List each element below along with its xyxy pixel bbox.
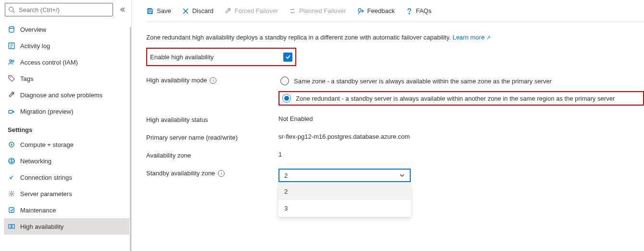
sidebar-item-migration[interactable]: Migration (preview) xyxy=(4,103,129,119)
scrollbar[interactable] xyxy=(130,27,131,251)
nav-label: Overview xyxy=(20,26,46,33)
gear-icon xyxy=(8,190,15,198)
sidebar-item-tags[interactable]: Tags xyxy=(4,70,129,87)
discard-button[interactable]: Discard xyxy=(182,7,214,15)
tag-icon xyxy=(8,75,15,82)
close-icon xyxy=(182,7,189,15)
people-icon xyxy=(8,58,15,66)
sidebar-item-server-parameters[interactable]: Server parameters xyxy=(4,185,129,202)
svg-point-24 xyxy=(358,9,361,12)
nav-label: Access control (IAM) xyxy=(20,59,78,66)
radio-icon xyxy=(280,77,289,85)
globe-icon xyxy=(8,157,15,165)
sidebar-item-compute-storage[interactable]: Compute + storage xyxy=(4,136,129,153)
planned-failover-button: Planned Failover xyxy=(289,7,346,15)
svg-point-0 xyxy=(9,7,13,12)
ha-status-label: High availability status xyxy=(146,115,278,123)
svg-point-12 xyxy=(11,144,13,145)
select-option[interactable]: 3 xyxy=(278,200,411,217)
plug-icon xyxy=(8,173,15,181)
svg-point-25 xyxy=(409,13,410,14)
settings-heading: Settings xyxy=(4,119,129,136)
radio-icon xyxy=(282,94,291,103)
primary-name-label: Primary server name (read/write) xyxy=(146,133,278,141)
az-label: Availability zone xyxy=(146,151,278,159)
nav-label: Activity log xyxy=(20,42,50,50)
svg-point-2 xyxy=(9,26,14,28)
svg-rect-19 xyxy=(12,225,14,228)
feedback-icon xyxy=(357,7,365,15)
save-icon xyxy=(146,7,154,15)
ha-mode-radio-group: Same zone - a standby server is always a… xyxy=(278,76,644,106)
toolbar-label: Forced Failover xyxy=(235,7,278,14)
search-input[interactable] xyxy=(18,6,110,14)
search-box[interactable] xyxy=(5,3,113,16)
az-value: 1 xyxy=(278,151,282,158)
toolbar: Save Discard Forced Failover Planned Fai… xyxy=(146,0,644,22)
check-icon xyxy=(285,54,291,60)
nav-label: Tags xyxy=(20,75,33,82)
info-icon[interactable]: i xyxy=(218,170,225,177)
swap-icon xyxy=(289,7,296,15)
select-option[interactable]: 2 xyxy=(278,183,411,200)
failover-icon xyxy=(224,7,232,15)
sidebar-item-diagnose[interactable]: Diagnose and solve problems xyxy=(4,87,129,103)
compute-icon xyxy=(8,141,15,148)
svg-point-16 xyxy=(11,193,13,195)
enable-ha-label: Enable high availability xyxy=(150,53,283,61)
toolbar-label: Save xyxy=(157,7,171,14)
sidebar-item-connection-strings[interactable]: Connection strings xyxy=(4,169,129,185)
sidebar-item-high-availability[interactable]: High availability xyxy=(4,218,129,235)
feedback-button[interactable]: Feedback xyxy=(357,7,395,15)
radio-zone-redundant[interactable]: Zone redundant - a standby server is alw… xyxy=(278,91,644,106)
migration-icon xyxy=(8,107,15,115)
svg-rect-17 xyxy=(9,208,14,212)
nav-label: Maintenance xyxy=(20,207,56,214)
chevron-down-icon xyxy=(399,172,405,178)
main-panel: Save Discard Forced Failover Planned Fai… xyxy=(132,0,644,251)
radio-label: Same zone - a standby server is always a… xyxy=(294,78,552,85)
sidebar-item-networking[interactable]: Networking xyxy=(4,153,129,169)
chevron-double-left-icon xyxy=(120,7,126,13)
sidebar: Overview Activity log Access control (IA… xyxy=(0,0,132,251)
nav-label: Server parameters xyxy=(20,190,72,198)
nav-label: Diagnose and solve problems xyxy=(20,92,102,99)
faqs-button[interactable]: FAQs xyxy=(405,7,432,15)
wrench-icon xyxy=(8,91,15,99)
learn-more-link[interactable]: Learn more ↗ xyxy=(453,34,491,41)
toolbar-label: Discard xyxy=(192,7,214,14)
help-icon xyxy=(405,7,413,15)
select-value: 2 xyxy=(284,172,288,179)
toolbar-label: FAQs xyxy=(416,7,432,14)
sidebar-item-access-control[interactable]: Access control (IAM) xyxy=(4,54,129,70)
toolbar-label: Planned Failover xyxy=(299,7,346,14)
toolbar-label: Feedback xyxy=(367,7,395,14)
search-row xyxy=(4,0,129,21)
svg-rect-18 xyxy=(9,225,11,228)
forced-failover-button: Forced Failover xyxy=(224,7,278,15)
sidebar-collapse-button[interactable] xyxy=(117,4,128,15)
primary-name-value: sr-flex-pg12-m16.postgres.database.azure… xyxy=(278,133,410,140)
content: Zone redundant high availability deploys… xyxy=(146,22,644,187)
info-icon[interactable]: i xyxy=(210,77,216,84)
standby-az-select-wrap: 2 2 3 xyxy=(278,169,411,182)
ha-icon xyxy=(8,223,15,230)
primary-name-row: Primary server name (read/write) sr-flex… xyxy=(146,128,644,146)
database-icon xyxy=(8,26,15,33)
sidebar-item-activity-log[interactable]: Activity log xyxy=(4,38,129,54)
enable-ha-checkbox[interactable] xyxy=(283,53,292,62)
svg-point-9 xyxy=(10,77,11,78)
standby-az-dropdown: 2 3 xyxy=(278,183,411,217)
log-icon xyxy=(8,42,15,50)
svg-rect-10 xyxy=(9,110,13,113)
sidebar-item-maintenance[interactable]: Maintenance xyxy=(4,202,129,218)
sidebar-item-overview[interactable]: Overview xyxy=(4,21,129,38)
radio-same-zone[interactable]: Same zone - a standby server is always a… xyxy=(278,76,644,86)
nav-label: Compute + storage xyxy=(20,141,74,148)
svg-rect-20 xyxy=(149,9,151,10)
save-button[interactable]: Save xyxy=(146,7,171,15)
nav-label: Migration (preview) xyxy=(20,108,74,115)
ha-mode-row: High availability mode i Same zone - a s… xyxy=(146,71,644,110)
ha-status-row: High availability status Not Enabled xyxy=(146,110,644,128)
standby-az-select[interactable]: 2 xyxy=(278,169,411,182)
